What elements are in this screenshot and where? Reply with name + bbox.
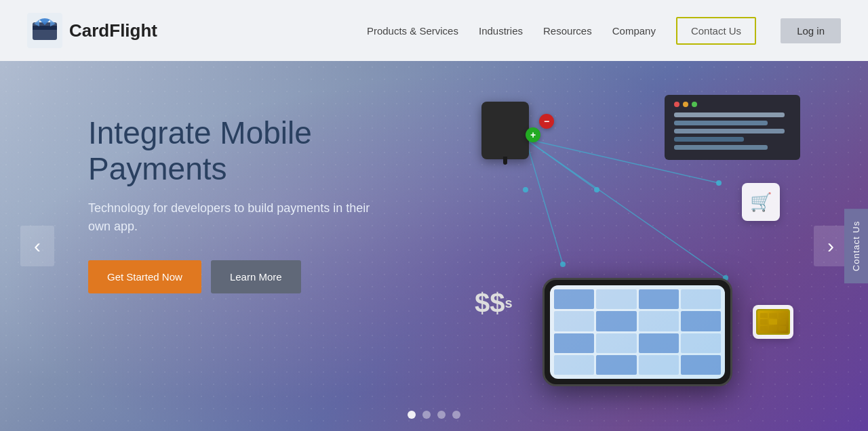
card-reader-device [481,102,529,159]
add-button-icon: + [526,127,540,142]
chip-icon [753,305,793,339]
svg-point-7 [594,187,599,192]
sidebar-contact-us[interactable]: Contact Us [844,209,868,283]
dollar-sign-icon: $$s [475,288,513,319]
header: CardFlight Products & Services Industrie… [0,0,868,61]
nav-industries[interactable]: Industries [479,25,523,37]
hero-content: Integrate Mobile Payments Technology for… [88,115,441,293]
learn-more-button[interactable]: Learn More [211,260,301,293]
get-started-button[interactable]: Get Started Now [88,260,201,293]
hero-buttons: Get Started Now Learn More [88,260,441,293]
carousel-dot-3[interactable] [437,411,446,419]
carousel-next-button[interactable]: › [814,226,848,266]
carousel-dot-1[interactable] [408,411,416,419]
carousel-dot-2[interactable] [422,411,431,419]
svg-line-3 [526,139,597,190]
hero-section: ‹ Integrate Mobile Payments Technology f… [0,61,868,431]
logo-icon [27,13,62,48]
hero-subtitle: Technology for developers to build payme… [88,199,373,236]
logo[interactable]: CardFlight [27,13,157,48]
svg-point-8 [716,180,722,186]
carousel-prev-button[interactable]: ‹ [20,226,54,266]
mobile-phone [542,278,732,400]
main-nav: Products & Services Industries Resources… [367,17,841,45]
svg-point-11 [523,187,528,192]
hero-title: Integrate Mobile Payments [88,115,441,187]
svg-rect-2 [33,26,57,30]
contact-us-button[interactable]: Contact Us [676,17,756,45]
svg-line-5 [526,139,563,264]
carousel-dots [408,411,460,419]
code-block [665,95,800,160]
nav-products-services[interactable]: Products & Services [367,25,458,37]
carousel-dot-4[interactable] [452,411,460,419]
logo-text: CardFlight [69,20,157,41]
hero-illustration: + − 🛒 $$s [461,81,814,407]
login-button[interactable]: Log in [781,18,841,43]
svg-point-9 [560,262,566,267]
nav-company[interactable]: Company [612,25,656,37]
cart-icon: 🛒 [742,183,780,221]
remove-button-icon: − [539,114,554,129]
nav-resources[interactable]: Resources [543,25,592,37]
